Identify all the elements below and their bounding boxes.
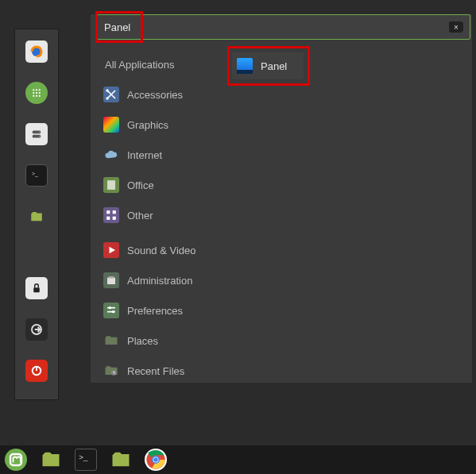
svg-rect-25 — [107, 278, 115, 284]
svg-point-37 — [153, 457, 158, 462]
svg-rect-22 — [113, 210, 116, 214]
logout-icon[interactable] — [25, 318, 48, 341]
cat-label: Other — [127, 210, 153, 222]
graphics-icon — [103, 117, 119, 133]
svg-rect-24 — [113, 217, 116, 220]
files-icon[interactable] — [25, 206, 48, 228]
mint-menu-icon[interactable] — [5, 449, 27, 471]
scissors-icon — [103, 87, 119, 102]
prefs-icon — [103, 303, 119, 318]
cat-other[interactable]: Other — [99, 200, 226, 230]
lock-icon[interactable] — [25, 277, 48, 299]
svg-rect-21 — [106, 210, 110, 214]
svg-rect-23 — [106, 217, 110, 220]
tb-chrome-icon[interactable] — [145, 449, 167, 471]
svg-point-12 — [39, 132, 41, 133]
firefox-icon[interactable] — [25, 40, 48, 63]
office-icon — [103, 177, 119, 193]
svg-rect-20 — [107, 180, 115, 190]
result-panel[interactable]: Panel — [232, 52, 304, 79]
svg-rect-26 — [109, 276, 114, 279]
folder-icon — [103, 333, 119, 349]
tb-file-manager-icon[interactable] — [110, 449, 132, 471]
svg-point-8 — [36, 95, 37, 97]
cat-label: Graphics — [127, 119, 168, 131]
svg-point-30 — [112, 310, 114, 313]
terminal-icon[interactable]: >_ — [25, 164, 48, 187]
cat-administration[interactable]: Administration — [99, 265, 226, 295]
result-label: Panel — [261, 60, 287, 72]
tb-terminal-icon[interactable]: >_ — [75, 449, 97, 471]
svg-rect-15 — [33, 287, 40, 292]
cat-label: Administration — [127, 275, 192, 287]
svg-text:>_: >_ — [79, 453, 88, 461]
cat-graphics[interactable]: Graphics — [99, 110, 226, 140]
cat-label: All Applications — [105, 59, 174, 71]
cat-label: Preferences — [127, 305, 183, 317]
svg-text:>_: >_ — [32, 171, 38, 177]
cat-label: Accessories — [127, 89, 183, 101]
cat-label: Sound & Video — [127, 245, 196, 256]
cat-internet[interactable]: Internet — [99, 140, 226, 170]
shutdown-icon[interactable] — [25, 360, 48, 382]
svg-point-19 — [106, 97, 108, 99]
cat-accessories[interactable]: Accessories — [99, 79, 226, 110]
svg-rect-32 — [10, 454, 21, 465]
svg-point-29 — [109, 306, 111, 309]
disks-icon[interactable] — [25, 123, 48, 145]
svg-point-7 — [33, 95, 34, 97]
cat-places[interactable]: Places — [99, 326, 226, 356]
admin-icon — [103, 272, 119, 288]
cat-preferences[interactable]: Preferences — [99, 295, 226, 326]
cat-label: Places — [127, 335, 158, 347]
apps-icon[interactable] — [25, 82, 48, 104]
svg-point-9 — [39, 95, 41, 97]
cloud-icon — [103, 147, 119, 163]
cat-office[interactable]: Office — [99, 170, 226, 200]
svg-point-5 — [36, 92, 37, 94]
cat-label: Office — [127, 179, 154, 191]
panel-app-icon — [237, 58, 253, 74]
svg-point-13 — [39, 136, 41, 137]
cat-recent-files[interactable]: Recent Files — [99, 356, 226, 386]
taskbar: >_ — [0, 445, 476, 474]
search-field-wrap: × — [97, 14, 470, 40]
svg-point-2 — [36, 89, 37, 91]
svg-point-4 — [33, 92, 34, 94]
cat-all-applications[interactable]: All Applications — [99, 49, 226, 79]
tb-files-icon[interactable] — [40, 449, 62, 471]
cat-sound-video[interactable]: Sound & Video — [99, 235, 226, 265]
category-list: All Applications Accessories Graphics In… — [99, 49, 226, 386]
search-input[interactable] — [104, 21, 449, 33]
svg-point-18 — [106, 89, 108, 91]
cat-label: Recent Files — [127, 365, 184, 377]
svg-point-1 — [33, 89, 34, 91]
svg-point-6 — [39, 92, 41, 94]
recent-icon — [103, 363, 119, 379]
svg-point-3 — [39, 89, 41, 91]
grid-icon — [103, 207, 119, 223]
play-icon — [103, 242, 119, 258]
app-menu: × All Applications Accessories Graphics … — [91, 14, 472, 383]
launcher-strip: >_ — [14, 29, 59, 400]
cat-label: Internet — [127, 149, 162, 161]
clear-search-icon[interactable]: × — [449, 21, 463, 33]
